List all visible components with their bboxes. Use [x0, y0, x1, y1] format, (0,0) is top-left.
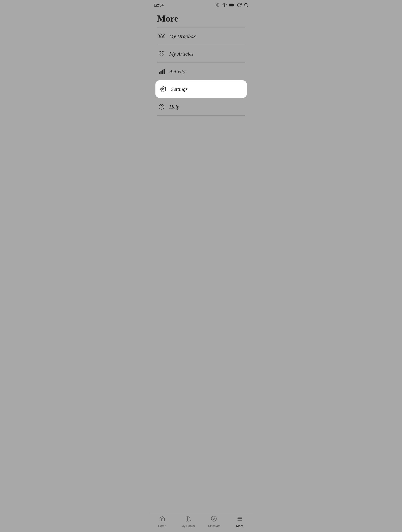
battery-icon: [229, 3, 234, 8]
nav-label-discover: Discover: [208, 524, 220, 528]
svg-line-4: [218, 6, 219, 6]
svg-rect-14: [159, 72, 160, 74]
svg-point-23: [211, 516, 216, 521]
nav-label-home: Home: [158, 524, 166, 528]
svg-rect-15: [161, 71, 162, 74]
svg-rect-17: [163, 69, 165, 74]
my-books-icon: [185, 516, 191, 523]
svg-line-7: [216, 6, 216, 6]
svg-rect-16: [162, 70, 163, 74]
bottom-nav: Home My Books Discover: [149, 513, 253, 532]
svg-line-3: [216, 3, 216, 4]
menu-item-activity[interactable]: Activity: [157, 63, 245, 80]
svg-rect-22: [188, 517, 189, 521]
help-icon: [158, 104, 165, 110]
status-time: 12:34: [154, 3, 164, 8]
menu-item-dropbox[interactable]: My Dropbox: [157, 27, 245, 45]
svg-point-9: [224, 6, 225, 7]
nav-item-more[interactable]: More: [227, 516, 253, 528]
activity-icon: [158, 68, 165, 75]
svg-point-12: [244, 3, 247, 6]
menu-item-help-label: Help: [169, 104, 180, 110]
divider-5: [157, 115, 245, 116]
svg-line-8: [218, 3, 219, 4]
menu-item-help[interactable]: Help: [157, 98, 245, 115]
sync-icon: [237, 3, 241, 8]
discover-icon: [211, 516, 217, 523]
menu-item-activity-label: Activity: [169, 69, 185, 75]
settings-icon: [160, 86, 167, 92]
svg-point-19: [159, 104, 164, 109]
dropbox-icon: [158, 33, 165, 39]
svg-marker-24: [213, 518, 215, 520]
svg-line-13: [247, 6, 248, 7]
main-content: More My Dropbox My Articles: [149, 10, 253, 513]
home-icon: [159, 516, 165, 523]
svg-point-0: [216, 4, 218, 6]
nav-item-discover[interactable]: Discover: [201, 516, 227, 528]
menu-item-articles-label: My Articles: [169, 51, 194, 57]
page-title: More: [157, 13, 245, 24]
articles-icon: [158, 51, 165, 57]
more-icon: [237, 516, 243, 523]
menu-list: My Dropbox My Articles: [157, 27, 245, 116]
nav-label-my-books: My Books: [181, 524, 195, 528]
menu-item-dropbox-label: My Dropbox: [169, 33, 196, 39]
nav-item-home[interactable]: Home: [149, 516, 175, 528]
search-icon[interactable]: [244, 3, 248, 8]
menu-item-articles[interactable]: My Articles: [157, 45, 245, 63]
wifi-icon: [222, 3, 227, 8]
svg-point-18: [162, 89, 164, 90]
svg-rect-10: [229, 4, 233, 6]
svg-rect-21: [186, 516, 187, 521]
status-icons: [215, 3, 248, 8]
status-bar: 12:34: [149, 0, 253, 10]
nav-item-my-books[interactable]: My Books: [175, 516, 201, 528]
nav-label-more: More: [236, 524, 243, 528]
brightness-icon: [215, 3, 220, 8]
menu-item-settings[interactable]: Settings: [156, 80, 247, 98]
menu-item-settings-label: Settings: [171, 86, 188, 92]
